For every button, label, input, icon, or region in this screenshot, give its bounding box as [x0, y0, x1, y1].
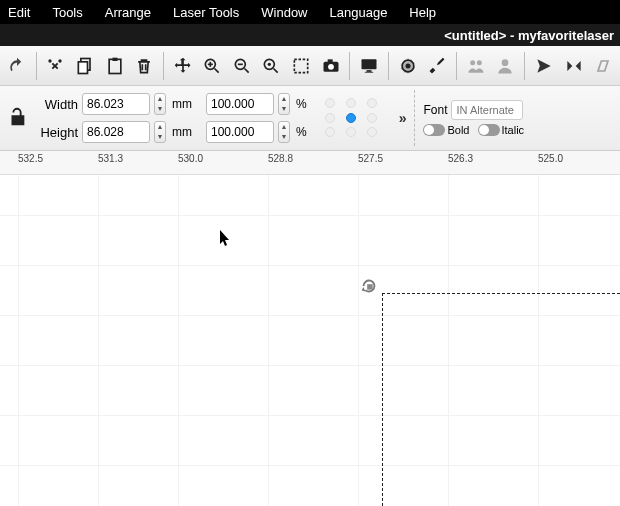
paste-button[interactable]	[101, 52, 129, 80]
height-input[interactable]	[82, 121, 150, 143]
svg-point-13	[268, 62, 271, 65]
separator	[524, 52, 525, 80]
svg-rect-18	[362, 59, 377, 69]
menu-laser-tools[interactable]: Laser Tools	[173, 5, 239, 20]
zoom-fit-button[interactable]	[258, 52, 286, 80]
send-to-laser-button[interactable]	[530, 52, 558, 80]
marquee-button[interactable]	[287, 52, 315, 80]
ruler-tick: 532.5	[18, 153, 43, 164]
height-stepper[interactable]: ▲▼	[154, 121, 166, 143]
preview-button[interactable]	[355, 52, 383, 80]
ruler-tick: 530.0	[178, 153, 203, 164]
height-label: Height	[36, 125, 78, 140]
canvas[interactable]	[0, 175, 620, 506]
ruler-tick: 531.3	[98, 153, 123, 164]
separator	[456, 52, 457, 80]
user-button[interactable]	[492, 52, 520, 80]
anchor-center[interactable]	[346, 113, 356, 123]
mirror-button[interactable]	[560, 52, 588, 80]
svg-line-12	[274, 68, 278, 72]
separator	[388, 52, 389, 80]
svg-rect-1	[78, 61, 87, 73]
percent-label: %	[296, 125, 307, 139]
lock-icon[interactable]	[6, 106, 30, 131]
anchor-grid[interactable]	[325, 98, 385, 138]
svg-rect-2	[109, 59, 121, 73]
svg-point-23	[470, 60, 475, 65]
width-label: Width	[36, 97, 78, 112]
menu-edit[interactable]: Edit	[8, 5, 30, 20]
copy-button[interactable]	[71, 52, 99, 80]
svg-point-25	[502, 59, 509, 66]
move-tool[interactable]	[169, 52, 197, 80]
cursor-icon	[219, 229, 233, 250]
svg-rect-3	[112, 57, 117, 60]
zoom-in-button[interactable]	[198, 52, 226, 80]
svg-rect-17	[327, 59, 332, 62]
ruler-tick: 526.3	[448, 153, 473, 164]
svg-rect-20	[365, 71, 373, 72]
svg-point-16	[328, 63, 334, 69]
unit-label: mm	[172, 125, 192, 139]
dimensions-panel: Width ▲▼ mm ▲▼ % Height ▲▼ mm ▲▼ %	[36, 93, 307, 143]
height-scale-input[interactable]	[206, 121, 274, 143]
italic-toggle[interactable]: Italic	[478, 124, 525, 136]
skew-button[interactable]	[589, 52, 617, 80]
window-title: <untitled> - myfavoritelaser	[444, 28, 614, 43]
width-input[interactable]	[82, 93, 150, 115]
font-select[interactable]	[451, 100, 523, 120]
selection-edge-left	[382, 293, 383, 506]
width-scale-input[interactable]	[206, 93, 274, 115]
menu-arrange[interactable]: Arrange	[105, 5, 151, 20]
svg-rect-19	[367, 70, 372, 72]
svg-line-5	[215, 68, 219, 72]
window-title-bar: <untitled> - myfavoritelaser	[0, 24, 620, 46]
selection-edge-top	[382, 293, 620, 294]
menu-tools[interactable]: Tools	[52, 5, 82, 20]
camera-button[interactable]	[317, 52, 345, 80]
tools-button[interactable]	[423, 52, 451, 80]
svg-rect-26	[367, 284, 373, 290]
svg-point-24	[477, 60, 482, 65]
group-button[interactable]	[462, 52, 490, 80]
rotation-handle-icon[interactable]	[358, 275, 380, 300]
zoom-out-button[interactable]	[228, 52, 256, 80]
svg-rect-14	[294, 59, 307, 72]
height-scale-stepper[interactable]: ▲▼	[278, 121, 290, 143]
separator	[36, 52, 37, 80]
menu-help[interactable]: Help	[409, 5, 436, 20]
delete-button[interactable]	[130, 52, 158, 80]
horizontal-ruler: 532.5531.3530.0528.8527.5526.3525.0	[0, 151, 620, 175]
separator	[163, 52, 164, 80]
cut-button[interactable]	[42, 52, 70, 80]
ruler-tick: 525.0	[538, 153, 563, 164]
svg-line-9	[244, 68, 248, 72]
width-stepper[interactable]: ▲▼	[154, 93, 166, 115]
font-label: Font	[423, 103, 447, 117]
ruler-tick: 527.5	[358, 153, 383, 164]
expand-icon[interactable]: »	[399, 110, 407, 126]
separator	[349, 52, 350, 80]
ruler-tick: 528.8	[268, 153, 293, 164]
properties-bar: Width ▲▼ mm ▲▼ % Height ▲▼ mm ▲▼ % » Fon…	[0, 86, 620, 151]
percent-label: %	[296, 97, 307, 111]
menu-bar: Edit Tools Arrange Laser Tools Window La…	[0, 0, 620, 24]
redo-button[interactable]	[3, 52, 31, 80]
bold-toggle[interactable]: Bold	[423, 124, 469, 136]
unit-label: mm	[172, 97, 192, 111]
menu-window[interactable]: Window	[261, 5, 307, 20]
settings-button[interactable]	[394, 52, 422, 80]
width-scale-stepper[interactable]: ▲▼	[278, 93, 290, 115]
font-panel: Font Bold Italic	[414, 90, 524, 146]
menu-language[interactable]: Language	[330, 5, 388, 20]
grid	[0, 175, 620, 506]
main-toolbar	[0, 46, 620, 86]
